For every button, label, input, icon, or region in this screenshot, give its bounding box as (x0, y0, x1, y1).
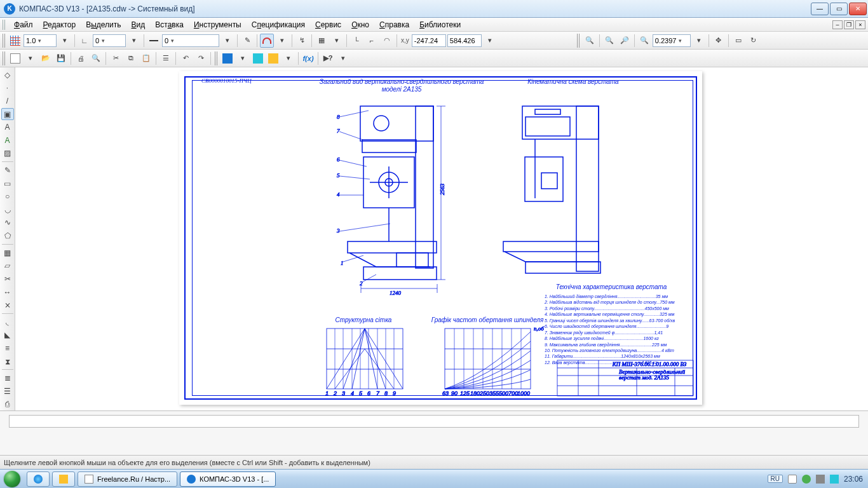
zoom-window-button[interactable]: 🔍 (602, 34, 616, 48)
fillet-button[interactable]: ◟ (1, 316, 14, 329)
snap-dropdown-icon[interactable]: ▾ (275, 34, 289, 48)
toolbar-grip[interactable] (215, 51, 218, 65)
redraw-button[interactable]: ↻ (747, 34, 761, 48)
symmetry-button[interactable]: ⧗ (1, 355, 14, 368)
window-close-button[interactable]: ✕ (849, 3, 867, 15)
grid-step-combo[interactable]: 1.0 (24, 34, 57, 47)
mdi-restore-button[interactable]: ❐ (844, 20, 854, 29)
tray-flag-icon[interactable] (788, 475, 797, 484)
tree-button[interactable] (266, 51, 280, 65)
spline-button[interactable]: ∿ (1, 217, 14, 229)
layer-button[interactable] (251, 51, 265, 65)
paste-button[interactable]: 📋 (139, 51, 153, 65)
tray-network-icon[interactable] (830, 475, 839, 484)
line-button[interactable]: / (1, 95, 14, 107)
menubar-grip[interactable] (3, 20, 6, 30)
snap-magnet-button[interactable] (260, 34, 274, 48)
arc-button[interactable]: ◡ (1, 203, 14, 216)
menu-libraries[interactable]: Библиотеки (414, 19, 466, 30)
menu-tools[interactable]: Инструменты (189, 19, 247, 30)
params-button[interactable]: ≣ (1, 372, 14, 384)
preview-button[interactable]: 🔍 (89, 51, 103, 65)
menu-view[interactable]: Вид (126, 19, 151, 30)
coord-x-field[interactable]: -247.24 (412, 34, 446, 47)
mdi-close-button[interactable]: × (855, 20, 865, 29)
menu-editor[interactable]: Редактор (38, 19, 81, 30)
hatch-button[interactable]: ▨ (1, 147, 14, 160)
dropdown-arrow-icon[interactable]: ▾ (692, 34, 706, 48)
text-button[interactable]: A (1, 134, 14, 147)
clock[interactable]: 23:06 (844, 475, 863, 484)
angle-combo[interactable]: 0 (93, 34, 126, 47)
cut-button[interactable]: ✂ (109, 51, 123, 65)
manager-dropdown-icon[interactable]: ▾ (236, 51, 250, 65)
variables-button[interactable]: f(x) (301, 51, 315, 65)
tree-dropdown-icon[interactable]: ▾ (281, 51, 295, 65)
copy-button[interactable]: ⧉ (124, 51, 138, 65)
new-button[interactable] (8, 51, 22, 65)
geometry-button[interactable]: ◇ (1, 69, 14, 81)
taskbar-item-ie[interactable] (27, 471, 50, 487)
toolbar-grip[interactable] (3, 51, 6, 65)
taskbar-item-explorer[interactable] (52, 471, 75, 487)
menu-help[interactable]: Справка (374, 19, 414, 30)
manager-button[interactable] (220, 51, 234, 65)
coord-y-field[interactable]: 584.426 (447, 34, 482, 47)
ortho-button[interactable]: └ (349, 34, 363, 48)
grid-dropdown-icon[interactable]: ▾ (330, 34, 344, 48)
menu-select[interactable]: Выделить (81, 19, 126, 30)
mdi-minimize-button[interactable]: – (832, 20, 843, 29)
circle-button[interactable]: ○ (1, 190, 14, 203)
zoom-scale-icon[interactable]: 🔍 (637, 34, 651, 48)
zoom-in-button[interactable]: 🔍 (583, 34, 597, 48)
table-button[interactable]: ▦ (1, 247, 14, 259)
menu-spec[interactable]: Спецификация (247, 19, 310, 30)
toolbar-grip[interactable] (577, 34, 580, 48)
measure-button[interactable]: ↔ (1, 286, 14, 299)
grid-toggle-button[interactable]: ▦ (315, 34, 329, 48)
zoom-prev-button[interactable]: 🔎 (618, 34, 632, 48)
color-dropper-icon[interactable]: ✎ (240, 34, 254, 48)
window-minimize-button[interactable]: — (811, 3, 829, 15)
open-button[interactable]: 📂 (39, 51, 53, 65)
style-icon[interactable] (147, 34, 161, 48)
command-input[interactable] (9, 415, 859, 428)
menu-window[interactable]: Окно (346, 19, 374, 30)
dimension-button[interactable]: A (1, 121, 14, 133)
drawing-canvas[interactable]: Загальний вид вертикально-свердлильного … (15, 67, 868, 410)
chamfer-button[interactable]: ◣ (1, 329, 14, 342)
zoom-fit-button[interactable]: ▭ (731, 34, 745, 48)
tangent-button[interactable]: ⌐ (365, 34, 379, 48)
toolbar-grip[interactable] (3, 34, 6, 48)
taskbar-item-kompas[interactable]: КОМПАС-3D V13 - [... (180, 471, 276, 487)
language-indicator[interactable]: RU (768, 475, 783, 483)
trim-button[interactable]: ⨯ (1, 299, 14, 311)
select-button[interactable]: ▣ (1, 108, 14, 121)
zoom-combo[interactable]: 0.2397 (653, 34, 691, 47)
new-dropdown-icon[interactable]: ▾ (24, 51, 37, 65)
dropdown-arrow-icon[interactable]: ▾ (58, 34, 72, 48)
coord-lock-icon[interactable]: ▾ (483, 34, 497, 48)
local-cs-button[interactable]: ↯ (295, 34, 309, 48)
report-button[interactable]: ⎙ (1, 398, 14, 411)
help-dropdown-icon[interactable]: ▾ (336, 51, 350, 65)
point-button[interactable]: · (1, 82, 14, 95)
redo-button[interactable]: ↷ (194, 51, 208, 65)
rect-button[interactable]: ▭ (1, 177, 14, 190)
round-button[interactable]: ◠ (380, 34, 394, 48)
break-button[interactable]: ✂ (1, 273, 14, 285)
undo-button[interactable]: ↶ (179, 51, 193, 65)
dropdown-arrow-icon[interactable]: ▾ (127, 34, 141, 48)
taskbar-item-freelance[interactable]: Freelance.Ru / Настр... (78, 471, 177, 487)
menu-insert[interactable]: Вставка (150, 19, 189, 30)
help-context-button[interactable]: ▶? (321, 51, 335, 65)
window-maximize-button[interactable]: ▭ (830, 3, 848, 15)
start-button[interactable] (0, 470, 24, 489)
save-button[interactable]: 💾 (54, 51, 68, 65)
contour-button[interactable]: ⬠ (1, 229, 14, 242)
properties-button[interactable]: ☰ (159, 51, 173, 65)
fragment-button[interactable]: ▱ (1, 260, 14, 273)
offset-button[interactable]: ≡ (1, 342, 14, 355)
menu-service[interactable]: Сервис (310, 19, 346, 30)
edit-button[interactable]: ✎ (1, 164, 14, 177)
